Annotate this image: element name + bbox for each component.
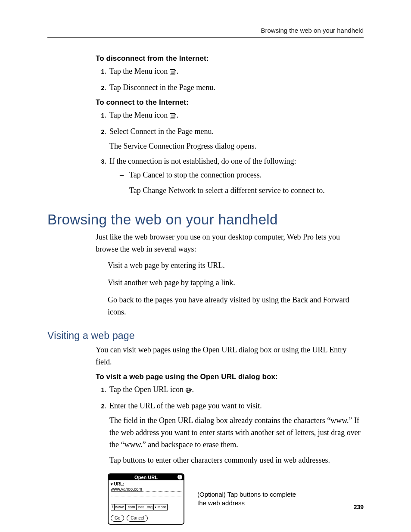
step-text: Enter the URL of the web page you want t…	[109, 401, 262, 410]
open-url-dialog: Open URL i URL: www.yahoo.com / www. .co…	[108, 473, 184, 525]
heading-visit: To visit a web page using the Open URL d…	[96, 373, 364, 381]
more-button[interactable]: More	[153, 504, 168, 510]
steps-disconnect: Tap the Menu icon . Tap Disconnect in th…	[96, 65, 364, 94]
option-item: Tap Cancel to stop the connection proces…	[120, 169, 364, 181]
step-item: Tap the Menu icon .	[108, 109, 364, 122]
callout-text: (Optional) Tap buttons to complete the w…	[197, 490, 296, 508]
step-text: If the connection is not established, do…	[109, 157, 296, 165]
tld-button-com[interactable]: .com	[125, 504, 136, 510]
section-heading: Browsing the web on your handheld	[47, 212, 364, 228]
step-options: Tap Cancel to stop the connection proces…	[109, 169, 364, 197]
page-number: 239	[354, 504, 364, 510]
dialog-body: URL: www.yahoo.com / www. .com .net .org…	[109, 480, 184, 524]
step-item: Tap Disconnect in the Page menu.	[108, 82, 364, 94]
step-note: The field in the Open URL dialog box alr…	[109, 415, 364, 451]
steps-visit: Tap the Open URL icon . Enter the URL of…	[96, 384, 364, 466]
heading-connect: To connect to the Internet:	[96, 98, 364, 107]
url-input-line[interactable]	[111, 498, 181, 502]
cancel-button[interactable]: Cancel	[127, 515, 148, 522]
step-item: Select Connect in the Page menu. The Ser…	[108, 126, 364, 152]
tld-button-www[interactable]: www.	[114, 504, 126, 510]
callout-leader-line	[184, 499, 196, 499]
open-url-figure: Open URL i URL: www.yahoo.com / www. .co…	[108, 473, 364, 525]
period: .	[177, 111, 179, 119]
tld-button-net[interactable]: .net	[136, 504, 145, 510]
info-icon[interactable]: i	[177, 475, 182, 479]
option-item: Tap Change Network to select a different…	[120, 185, 364, 197]
intro-paragraph: Just like the web browser you use on you…	[96, 231, 364, 255]
step-item: If the connection is not established, do…	[108, 156, 364, 197]
step-result: The Service Connection Progress dialog o…	[109, 140, 364, 152]
menu-icon	[170, 66, 177, 78]
step-item: Enter the URL of the web page you want t…	[108, 400, 364, 466]
step-item: Tap the Menu icon .	[108, 65, 364, 78]
step-text: Select Connect in the Page menu.	[109, 127, 214, 136]
globe-icon	[186, 385, 192, 397]
running-header: Browsing the web on your handheld	[47, 27, 364, 38]
intro-item: Visit a web page by entering its URL.	[108, 260, 364, 272]
visiting-paragraph: You can visit web pages using the Open U…	[96, 344, 364, 368]
url-label[interactable]: URL:	[111, 482, 181, 486]
dialog-title: Open URL	[134, 475, 158, 480]
step-text: Tap the Menu icon	[109, 67, 170, 75]
period: .	[192, 385, 194, 394]
dialog-actions: Go Cancel	[111, 515, 181, 522]
tld-button-slash[interactable]: /	[111, 504, 114, 510]
step-note: Tap buttons to enter other characters co…	[109, 454, 364, 467]
url-input-line[interactable]	[111, 493, 181, 497]
url-input[interactable]: www.yahoo.com	[111, 487, 181, 492]
tld-button-org[interactable]: .org	[145, 504, 154, 510]
step-item: Tap the Open URL icon .	[108, 384, 364, 397]
heading-disconnect: To disconnect from the Internet:	[96, 54, 364, 63]
subsection-heading: Visiting a web page	[47, 330, 364, 342]
tld-button-row: / www. .com .net .org More	[111, 504, 181, 510]
intro-item: Visit another web page by tapping a link…	[108, 277, 364, 289]
step-text: Tap the Menu icon	[109, 111, 170, 119]
dialog-title-bar: Open URL i	[109, 474, 184, 480]
intro-item: Go back to the pages you have already vi…	[108, 294, 364, 318]
period: .	[177, 67, 179, 75]
go-button[interactable]: Go	[111, 515, 124, 522]
step-text: Tap the Open URL icon	[109, 385, 186, 394]
menu-icon	[170, 110, 177, 122]
steps-connect: Tap the Menu icon . Select Connect in th…	[96, 109, 364, 197]
